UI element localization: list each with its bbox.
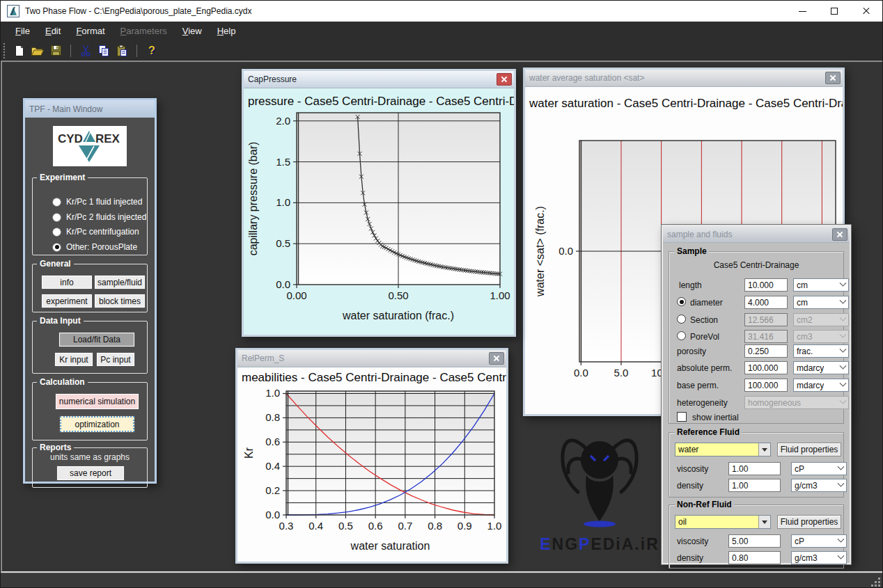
porosity-unit-select[interactable]: frac. <box>793 344 849 358</box>
watersat-close-icon[interactable] <box>825 72 841 84</box>
diameter-unit-select[interactable]: cm <box>793 296 849 309</box>
nonref-fluid-select[interactable]: oil <box>675 515 771 529</box>
reference-density-unit-select[interactable]: g/cm3 <box>791 479 847 492</box>
radio-kr-pc-2-fluids[interactable]: Kr/Pc 2 fluids injected <box>52 212 146 223</box>
svg-text:Kr: Kr <box>243 447 255 459</box>
paste-clipboard-icon <box>116 45 128 57</box>
cut-button[interactable] <box>77 42 95 59</box>
svg-text:5.0: 5.0 <box>614 367 629 379</box>
reference-fluid-select[interactable]: water <box>675 443 771 456</box>
maximize-button[interactable] <box>818 1 850 22</box>
numerical-simulation-button[interactable]: numerical simulation <box>56 394 139 409</box>
os-titlebar[interactable]: Two Phase Flow - C:\EngPedia\porous_plat… <box>1 1 882 22</box>
diameter-input[interactable] <box>744 296 788 309</box>
app-window: Two Phase Flow - C:\EngPedia\porous_plat… <box>0 0 883 588</box>
menu-file[interactable]: File <box>8 23 38 39</box>
reports-group-label: Reports <box>37 443 74 452</box>
radio-kr-pc-1-fluid[interactable]: Kr/Pc 1 fluid injected <box>52 196 142 207</box>
sample-dialog-close-icon[interactable] <box>832 228 847 241</box>
minimize-button[interactable] <box>786 1 818 22</box>
watersat-titlebar[interactable]: water average saturation <sat> <box>525 70 843 87</box>
open-file-button[interactable] <box>29 42 47 59</box>
reference-viscosity-input[interactable] <box>728 462 781 475</box>
nonref-viscosity-unit-select[interactable]: cP <box>791 534 847 548</box>
section-row: Section cm2 <box>669 313 843 327</box>
close-x-icon <box>830 75 836 81</box>
cappressure-titlebar[interactable]: CapPressure <box>244 71 514 88</box>
svg-text:0.6: 0.6 <box>265 436 280 447</box>
density-label: density <box>677 481 703 491</box>
save-report-button[interactable]: save report <box>57 466 124 480</box>
svg-text:0.0: 0.0 <box>574 367 588 379</box>
chevron-down-icon <box>838 463 845 470</box>
relperm-titlebar[interactable]: RelPerm_S <box>237 350 506 367</box>
svg-text:0.4: 0.4 <box>265 460 280 472</box>
nonref-density-input[interactable] <box>728 551 781 564</box>
help-button[interactable]: ? <box>143 42 161 59</box>
absolute-perm-unit-select[interactable]: mdarcy <box>793 361 849 374</box>
dropdown-arrow-icon[interactable] <box>758 516 770 528</box>
experiment-button[interactable]: experiment <box>42 294 92 308</box>
svg-text:0.2: 0.2 <box>265 484 280 496</box>
kr-input-button[interactable]: Kr input <box>55 353 93 366</box>
toolbar-grip[interactable] <box>3 43 6 58</box>
base-perm-row: base perm. mdarcy <box>669 379 843 392</box>
engpedia-watermark: ENGPEDiA.iR <box>533 418 666 561</box>
section-radio[interactable] <box>677 315 686 324</box>
svg-text:0.6: 0.6 <box>368 520 383 532</box>
chevron-down-icon <box>840 297 847 304</box>
heterogeneity-label: heterogeneity <box>677 398 728 408</box>
sample-group: Sample Case5 Centri-Drainage length cm d… <box>669 251 844 424</box>
block-times-button[interactable]: block times <box>95 294 145 308</box>
pc-input-button[interactable]: Pc input <box>97 353 134 366</box>
svg-text:meabilities - Case5 Centri-Dra: meabilities - Case5 Centri-Drainage - Ca… <box>242 371 506 384</box>
show-inertial-row: show inertial <box>669 411 843 424</box>
relperm-close-icon[interactable] <box>489 352 504 365</box>
menu-edit[interactable]: Edit <box>38 23 68 39</box>
porosity-row: porosity frac. <box>669 344 843 358</box>
menu-view[interactable]: View <box>175 23 210 39</box>
menu-format[interactable]: Format <box>68 23 112 39</box>
chevron-down-icon <box>840 397 847 404</box>
radio-kr-pc-centrifugation[interactable]: Kr/Pc centrifugation <box>52 226 139 237</box>
length-input[interactable] <box>744 278 788 292</box>
density-label: density <box>677 553 703 563</box>
length-unit-select[interactable]: cm <box>793 278 849 292</box>
nonref-density-unit-select[interactable]: g/cm3 <box>791 551 847 564</box>
svg-text:0.3: 0.3 <box>279 520 294 532</box>
sample-dialog-titlebar[interactable]: sample and fluids <box>663 226 850 243</box>
show-inertial-label: show inertial <box>692 413 739 422</box>
absolute-perm-input[interactable] <box>744 361 788 374</box>
diameter-radio[interactable] <box>677 297 686 306</box>
tpf-titlebar[interactable]: TPF - Main Window <box>25 100 155 118</box>
menu-help[interactable]: Help <box>210 23 244 39</box>
copy-button[interactable] <box>95 42 113 59</box>
svg-text:0.0: 0.0 <box>558 245 573 257</box>
nonref-fluid-properties-button[interactable]: Fluid properties <box>777 515 841 529</box>
nonref-density-row: density g/cm3 <box>669 551 843 565</box>
save-button[interactable] <box>47 42 65 59</box>
show-inertial-checkbox[interactable] <box>677 412 687 422</box>
info-button[interactable]: info <box>42 276 92 289</box>
close-button[interactable] <box>850 1 882 22</box>
porosity-input[interactable] <box>744 344 788 358</box>
dropdown-arrow-icon[interactable] <box>758 443 770 456</box>
load-fit-data-button[interactable]: Load/fit Data <box>59 333 134 347</box>
reference-fluid-properties-button[interactable]: Fluid properties <box>777 443 841 456</box>
base-perm-input[interactable] <box>744 379 788 392</box>
resize-grip[interactable] <box>870 577 880 587</box>
radio-other-porousplate[interactable]: Other: PorousPlate <box>52 241 137 253</box>
porevol-radio[interactable] <box>677 331 686 340</box>
paste-button[interactable] <box>113 42 131 59</box>
cappressure-close-icon[interactable] <box>497 73 512 86</box>
viscosity-label: viscosity <box>677 537 708 546</box>
base-perm-unit-select[interactable]: mdarcy <box>793 379 849 392</box>
nonref-viscosity-input[interactable] <box>728 534 781 548</box>
reference-viscosity-unit-select[interactable]: cP <box>791 462 847 475</box>
svg-text:1.0: 1.0 <box>265 387 280 399</box>
reference-density-input[interactable] <box>728 479 781 492</box>
new-file-button[interactable] <box>10 42 29 59</box>
sample-fluid-button[interactable]: sample/fluid <box>95 276 145 289</box>
window-title: Two Phase Flow - C:\EngPedia\porous_plat… <box>25 6 252 16</box>
optimization-button[interactable]: optimization <box>60 416 134 432</box>
